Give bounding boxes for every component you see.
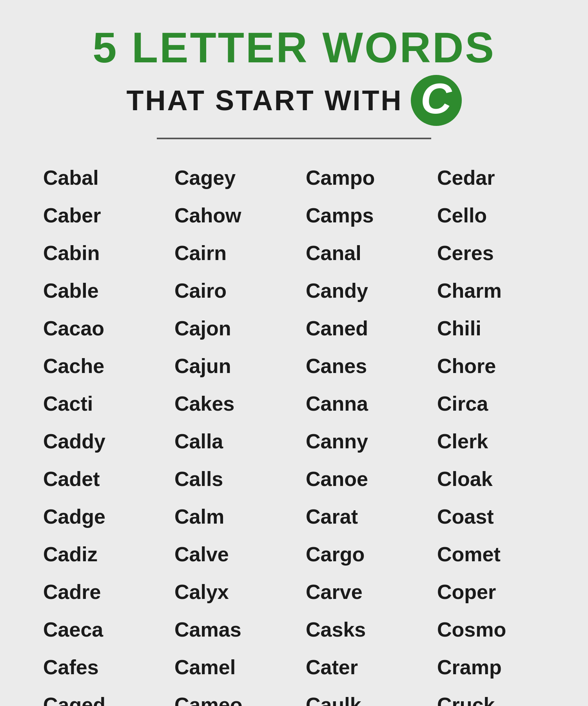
list-item: Cloak (425, 460, 557, 498)
list-item: Caged (31, 686, 163, 706)
list-item: Canna (294, 385, 425, 422)
word-col4: Cedar Cello Ceres Charm Chili Chore Circ… (425, 159, 557, 706)
list-item: Cater (294, 648, 425, 686)
subtitle-text: THAT START WITH (126, 84, 403, 116)
list-item: Ceres (425, 234, 557, 272)
list-item: Calyx (163, 573, 294, 611)
list-item: Cosmo (425, 611, 557, 648)
list-item: Candy (294, 272, 425, 309)
list-item: Caber (31, 197, 163, 234)
divider (157, 138, 431, 139)
list-item: Cabal (31, 159, 163, 197)
list-item: Camel (163, 648, 294, 686)
list-item: Cajon (163, 309, 294, 347)
list-item: Cadiz (31, 535, 163, 573)
list-item: Coper (425, 573, 557, 611)
list-item: Caddy (31, 422, 163, 460)
list-item: Calls (163, 460, 294, 498)
word-col3: Campo Camps Canal Candy Caned Canes Cann… (294, 159, 425, 706)
list-item: Cabin (31, 234, 163, 272)
list-item: Cramp (425, 648, 557, 686)
list-item: Coast (425, 498, 557, 535)
list-item: Caulk (294, 686, 425, 706)
list-item: Clerk (425, 422, 557, 460)
list-item: Calve (163, 535, 294, 573)
list-item: Cadet (31, 460, 163, 498)
list-item: Carat (294, 498, 425, 535)
main-title: 5 LETTER WORDS (31, 24, 557, 71)
list-item: Cacti (31, 385, 163, 422)
list-item: Cagey (163, 159, 294, 197)
letter-c-badge: C (411, 75, 462, 126)
list-item: Cahow (163, 197, 294, 234)
list-item: Cruck (425, 686, 557, 706)
subtitle-row: THAT START WITH C (31, 75, 557, 126)
list-item: Calm (163, 498, 294, 535)
list-item: Caned (294, 309, 425, 347)
list-item: Cafes (31, 648, 163, 686)
list-item: Camps (294, 197, 425, 234)
list-item: Cameo (163, 686, 294, 706)
list-item: Cache (31, 347, 163, 385)
list-item: Camas (163, 611, 294, 648)
list-item: Chore (425, 347, 557, 385)
words-grid: Cabal Caber Cabin Cable Cacao Cache Cact… (31, 159, 557, 706)
list-item: Circa (425, 385, 557, 422)
list-item: Canes (294, 347, 425, 385)
list-item: Cello (425, 197, 557, 234)
list-item: Cairn (163, 234, 294, 272)
list-item: Chili (425, 309, 557, 347)
list-item: Carve (294, 573, 425, 611)
list-item: Charm (425, 272, 557, 309)
list-item: Cakes (163, 385, 294, 422)
list-item: Cadre (31, 573, 163, 611)
list-item: Caeca (31, 611, 163, 648)
list-item: Cargo (294, 535, 425, 573)
list-item: Comet (425, 535, 557, 573)
list-item: Canny (294, 422, 425, 460)
list-item: Cadge (31, 498, 163, 535)
list-item: Cairo (163, 272, 294, 309)
title-row: 5 LETTER WORDS (31, 24, 557, 71)
list-item: Cajun (163, 347, 294, 385)
list-item: Canal (294, 234, 425, 272)
list-item: Cacao (31, 309, 163, 347)
list-item: Casks (294, 611, 425, 648)
list-item: Campo (294, 159, 425, 197)
list-item: Cable (31, 272, 163, 309)
word-col2: Cagey Cahow Cairn Cairo Cajon Cajun Cake… (163, 159, 294, 706)
main-content: 5 LETTER WORDS THAT START WITH C Cabal C… (0, 0, 588, 706)
word-col1: Cabal Caber Cabin Cable Cacao Cache Cact… (31, 159, 163, 706)
list-item: Cedar (425, 159, 557, 197)
list-item: Canoe (294, 460, 425, 498)
list-item: Calla (163, 422, 294, 460)
